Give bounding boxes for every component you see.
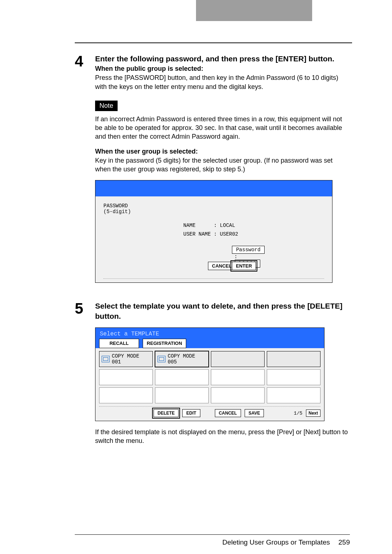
enter-button[interactable]: ENTER (232, 262, 256, 270)
step-5-number: 5 (75, 301, 95, 452)
step-5-para-after: If the desired template is not displayed… (95, 428, 350, 445)
save-button[interactable]: SAVE (245, 409, 264, 417)
template-item-001[interactable]: COPY MODE001 (99, 351, 153, 367)
step-4-title: Enter the following password, and then p… (95, 54, 350, 64)
template-005-id: 005 (168, 359, 177, 365)
step-5: 5 Select the template you want to delete… (75, 301, 350, 452)
step-4-sub-user: When the user group is selected: (95, 148, 350, 155)
top-rule (75, 42, 352, 43)
note-badge: Note (95, 101, 118, 111)
password-colon: : (232, 254, 239, 260)
password-label-line1: PASSWORD (103, 203, 324, 209)
next-button[interactable]: Next (306, 410, 320, 417)
template-slot-empty[interactable] (99, 387, 153, 403)
step-4-para-public: Press the [PASSWORD] button, and then ke… (95, 73, 350, 91)
step-4: 4 Enter the following password, and then… (75, 54, 350, 294)
cancel-button[interactable]: CANCEL (208, 262, 236, 270)
footer-rule (75, 534, 350, 535)
template-slot-empty[interactable] (155, 369, 209, 385)
password-label-line2: (5-digit) (103, 209, 324, 215)
template-slot-empty[interactable] (211, 369, 265, 385)
step-5-title: Select the template you want to delete, … (95, 301, 350, 321)
template-slot-empty[interactable] (211, 351, 265, 367)
template-screen: Select a TEMPLATE RECALL REGISTRATION CO… (95, 327, 324, 421)
step-4-para-user: Key in the password (5 digits) for the s… (95, 156, 350, 174)
password-button[interactable]: Password (232, 246, 264, 254)
template-001-id: 001 (112, 359, 121, 365)
template-001-label: COPY MODE (112, 353, 139, 359)
template-slot-empty[interactable] (211, 387, 265, 403)
template-slot-empty[interactable] (267, 351, 320, 367)
delete-button[interactable]: DELETE (154, 409, 179, 417)
step-4-number: 4 (75, 54, 95, 294)
user-row: USER NAME : USER02 (183, 231, 324, 237)
footer-title: Deleting User Groups or Templates (222, 538, 330, 546)
tab-registration[interactable]: REGISTRATION (143, 339, 186, 348)
template-slot-empty[interactable] (267, 387, 320, 403)
name-value: LOCAL (220, 223, 235, 228)
template-slot-empty[interactable] (155, 387, 209, 403)
edit-button[interactable]: EDIT (182, 409, 200, 417)
template-slot-empty[interactable] (267, 369, 320, 385)
template-slot-empty[interactable] (99, 369, 153, 385)
page-footer: Deleting User Groups or Templates 259 (75, 534, 350, 546)
password-screen: PASSWORD (5-digit) NAME : LOCAL USER NAM… (95, 180, 332, 283)
page-indicator: 1/5 (294, 411, 302, 416)
password-screen-titlebar (95, 180, 332, 196)
name-row: NAME : LOCAL (183, 223, 324, 228)
footer-pagenum: 259 (338, 538, 350, 546)
header-gray-block (196, 0, 312, 21)
step-4-note-para: If an incorrect Admin Password is entere… (95, 115, 350, 141)
user-label: USER NAME : (183, 231, 220, 237)
template-item-005[interactable]: COPY MODE005 (155, 351, 209, 367)
name-label: NAME : (183, 223, 220, 228)
template-icon (158, 356, 166, 362)
user-value: USER02 (220, 231, 238, 237)
template-005-label: COPY MODE (168, 353, 195, 359)
cancel-button[interactable]: CANCEL (215, 409, 241, 417)
step-4-sub-public: When the public group is selected: (95, 65, 350, 73)
tab-recall[interactable]: RECALL (99, 339, 139, 348)
template-screen-header-text: Select a TEMPLATE (100, 331, 159, 337)
template-icon (102, 356, 110, 362)
